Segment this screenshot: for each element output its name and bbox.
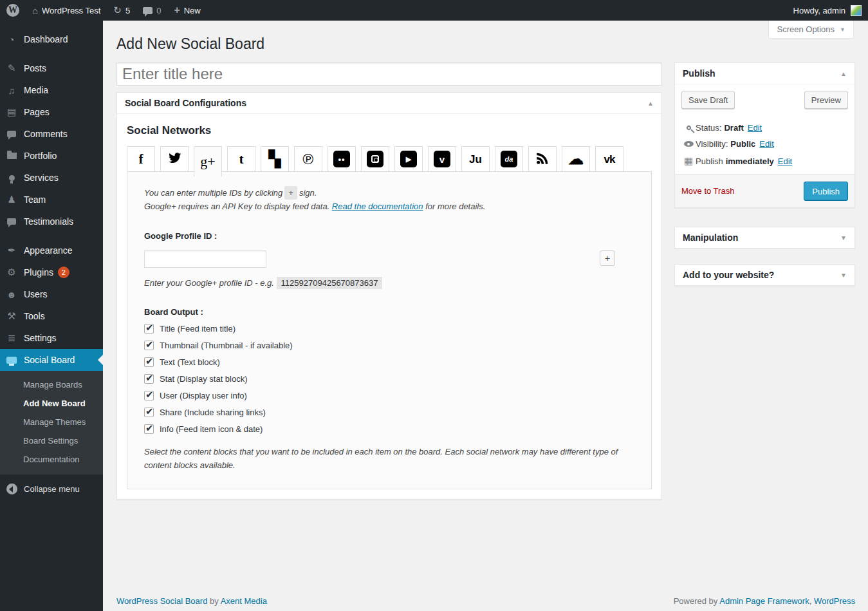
publish-button[interactable]: Publish <box>804 182 848 201</box>
testimonials-icon <box>5 218 18 225</box>
tab-google-plus[interactable]: g+ <box>194 146 222 176</box>
google-profile-id-input[interactable] <box>144 250 266 268</box>
tab-vk[interactable]: vk <box>595 146 623 172</box>
edit-schedule-link[interactable]: Edit <box>778 156 792 166</box>
tab-rss[interactable] <box>528 146 557 172</box>
publish-toggle-button[interactable]: ▲ <box>840 70 847 77</box>
sidebar-item-pages[interactable]: ▤ Pages <box>0 101 103 123</box>
submenu-documentation[interactable]: Documentation <box>0 450 103 469</box>
site-name-menu[interactable]: ⌂ WordPress Test <box>26 0 107 21</box>
config-metabox-header[interactable]: Social Board Configurations ▲ <box>117 93 661 114</box>
new-content-menu[interactable]: + New <box>167 0 207 21</box>
board-output-option-stat[interactable]: Stat (Display stat block) <box>144 374 634 384</box>
author-link[interactable]: Axent Media <box>221 596 267 606</box>
config-toggle-button[interactable]: ▲ <box>647 100 654 107</box>
sidebar-item-settings[interactable]: ≣ Settings <box>0 327 103 349</box>
edit-status-link[interactable]: Edit <box>748 123 762 133</box>
sidebar-item-comments[interactable]: Comments <box>0 123 103 145</box>
tab-delicious[interactable]: ▚ <box>261 146 289 172</box>
checkbox-text[interactable] <box>144 357 154 367</box>
appearance-icon: ✒ <box>5 245 18 256</box>
chevron-down-icon: ▼ <box>840 26 845 33</box>
plugin-name-link[interactable]: WordPress Social Board <box>116 596 207 606</box>
tab-twitter[interactable] <box>160 146 189 172</box>
sidebar-item-users[interactable]: ☻ Users <box>0 283 103 305</box>
checkbox-info[interactable] <box>144 424 154 434</box>
tab-instagram[interactable] <box>361 146 389 172</box>
read-documentation-link[interactable]: Read the documentation <box>332 202 423 211</box>
wordpress-logo-menu[interactable]: W <box>0 0 26 21</box>
eye-icon <box>681 141 696 147</box>
team-icon: ♟ <box>5 194 18 205</box>
submenu-manage-boards[interactable]: Manage Boards <box>0 375 103 394</box>
status-value: Draft <box>724 123 743 133</box>
wordpress-link[interactable]: WordPress <box>814 596 855 606</box>
post-title-input[interactable] <box>116 62 662 86</box>
checkbox-user[interactable] <box>144 391 154 400</box>
submenu-add-new-board[interactable]: Add New Board <box>0 394 103 413</box>
sidebar-item-testimonials[interactable]: Testimonials <box>0 211 103 232</box>
sidebar-item-social-board[interactable]: Social Board <box>0 349 103 371</box>
manipulation-toggle-button[interactable]: ▼ <box>840 234 847 241</box>
status-row: Status: Draft Edit <box>681 123 848 133</box>
admin-footer: WordPress Social Board by Axent Media Po… <box>116 596 855 606</box>
tab-soundcloud[interactable]: ☁ <box>562 146 590 172</box>
tab-tumblr[interactable]: t <box>227 146 255 172</box>
add-to-website-metabox-header[interactable]: Add to your website? ▼ <box>675 265 854 285</box>
submenu-manage-themes[interactable]: Manage Themes <box>0 413 103 431</box>
settings-icon: ≣ <box>5 332 18 344</box>
pages-icon: ▤ <box>5 106 18 118</box>
submenu-board-settings[interactable]: Board Settings <box>0 431 103 450</box>
sidebar-item-media[interactable]: ♫ Media <box>0 79 103 101</box>
board-output-option-user[interactable]: User (Display user info) <box>144 391 634 400</box>
footer-left: WordPress Social Board by Axent Media <box>116 596 267 606</box>
edit-visibility-link[interactable]: Edit <box>759 139 773 149</box>
sidebar-item-appearance[interactable]: ✒ Appearance <box>0 240 103 261</box>
move-to-trash-link[interactable]: Move to Trash <box>681 182 734 200</box>
manipulation-metabox-header[interactable]: Manipulation ▼ <box>675 227 854 248</box>
sidebar-item-dashboard[interactable]: ◔ Dashboard <box>0 28 103 50</box>
tab-facebook[interactable]: f <box>127 146 155 172</box>
checkbox-stat[interactable] <box>144 374 154 384</box>
sidebar-item-services[interactable]: Services <box>0 167 103 189</box>
comments-menu[interactable]: 0 <box>136 0 167 21</box>
vk-icon: vk <box>604 154 615 165</box>
tab-flickr[interactable]: •• <box>328 146 356 172</box>
content-blocks-note: Select the content blocks that you want … <box>144 445 623 472</box>
sidebar-item-portfolio[interactable]: Portfolio <box>0 145 103 167</box>
board-output-option-text[interactable]: Text (Text block) <box>144 357 634 367</box>
preview-button[interactable]: Preview <box>804 91 848 109</box>
checkbox-thumbnail[interactable] <box>144 341 154 350</box>
tab-stumbleupon[interactable]: Ju <box>461 146 490 172</box>
board-output-option-share[interactable]: Share (Include sharing links) <box>144 408 634 417</box>
tab-deviantart[interactable]: da <box>495 146 523 172</box>
collapse-menu-button[interactable]: Collapse menu <box>0 484 103 494</box>
plus-icon: + <box>174 5 180 16</box>
social-network-tabs: f g+ t ▚ <box>127 146 652 172</box>
website-toggle-button[interactable]: ▼ <box>840 272 847 279</box>
board-output-option-thumbnail[interactable]: Thumbnail (Thumbnail - if available) <box>144 341 634 350</box>
publish-metabox-header[interactable]: Publish ▲ <box>675 63 854 84</box>
avatar[interactable] <box>851 5 862 16</box>
howdy-text[interactable]: Howdy, admin <box>793 6 845 15</box>
sidebar-item-tools[interactable]: ⚒ Tools <box>0 305 103 327</box>
tab-youtube[interactable]: ▶ <box>394 146 423 172</box>
admin-page-framework-link[interactable]: Admin Page Framework <box>719 596 809 606</box>
site-name: WordPress Test <box>42 6 100 15</box>
menu-separator <box>0 50 103 57</box>
tab-pinterest[interactable]: ℗ <box>294 146 322 172</box>
board-output-option-info[interactable]: Info (Feed item icon & date) <box>144 424 634 434</box>
sidebar-item-team[interactable]: ♟ Team <box>0 189 103 211</box>
screen-options-tab[interactable]: Screen Options ▼ <box>768 21 854 39</box>
board-output-option-title[interactable]: Title (Feed item title) <box>144 324 634 334</box>
checkbox-title[interactable] <box>144 324 154 334</box>
sidebar-item-plugins[interactable]: ⚙ Plugins 2 <box>0 261 103 283</box>
flickr-icon: •• <box>333 151 350 167</box>
tab-vimeo[interactable]: v <box>428 146 456 172</box>
add-id-button[interactable]: + <box>600 250 615 266</box>
save-draft-button[interactable]: Save Draft <box>681 91 735 109</box>
sidebar-item-posts[interactable]: ✎ Posts <box>0 57 103 79</box>
checkbox-share[interactable] <box>144 408 154 417</box>
updates-menu[interactable]: ↻ 5 <box>107 0 136 21</box>
api-key-note: Google+ requires an API Key to display f… <box>144 200 634 213</box>
